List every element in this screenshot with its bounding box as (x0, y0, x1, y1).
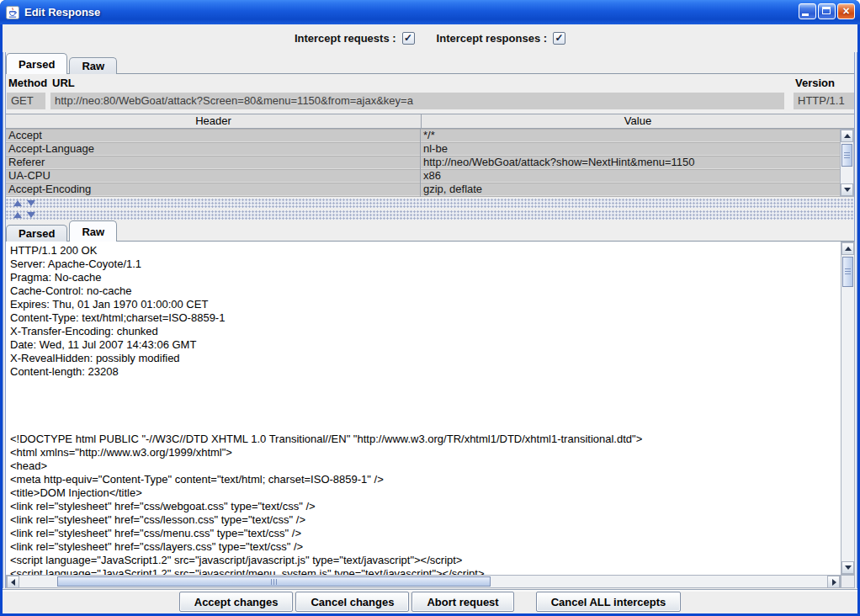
scroll-down-icon (845, 566, 852, 570)
intercept-requests-checkbox[interactable]: ✓ (402, 32, 415, 45)
table-body: Accept */* Accept-Language nl-be Referer… (6, 129, 840, 197)
java-coffee-cup-icon (6, 6, 19, 19)
table-row[interactable]: Accept-Encoding gzip, deflate (6, 183, 840, 196)
close-button[interactable]: × (837, 3, 855, 19)
edit-response-window: Edit Response × Intercept requests : ✓ I… (0, 0, 860, 616)
response-hscrollbar-thumb[interactable] (57, 576, 491, 587)
table-row[interactable]: Referer http://neo/WebGoat/attack?show=N… (6, 156, 840, 169)
header-cell[interactable]: User-Agent (6, 196, 421, 197)
split-expand-up-icon[interactable] (13, 212, 22, 218)
split-collapse-down-icon[interactable] (27, 212, 35, 218)
scrollbar-corner (841, 575, 855, 588)
request-tab[interactable]: Parsed (6, 53, 67, 74)
intercept-responses-checkbox[interactable]: ✓ (553, 32, 565, 45)
value-cell[interactable]: */* (421, 129, 840, 142)
maximize-button[interactable] (818, 3, 836, 19)
footer-button[interactable]: Abort request (411, 592, 513, 612)
split-divider-lower[interactable] (6, 210, 854, 220)
request-tab[interactable]: Raw (69, 57, 117, 74)
method-label: Method (8, 77, 47, 89)
scroll-up-button[interactable] (841, 130, 853, 142)
value-cell[interactable]: Mozilla/4.0 (compatible; MSIE 7.0; Windo… (421, 196, 840, 197)
footer-button[interactable]: Cancel changes (295, 592, 409, 612)
response-raw-textarea[interactable]: HTTP/1.1 200 OK Server: Apache-Coyote/1.… (6, 242, 841, 575)
value-cell[interactable]: http://neo/WebGoat/attack?show=NextHint&… (421, 156, 840, 169)
split-expand-up-icon[interactable] (13, 200, 22, 206)
table-row[interactable]: Accept */* (6, 129, 840, 142)
response-horizontal-scrollbar[interactable] (6, 575, 841, 588)
table-row[interactable]: Accept-Language nl-be (6, 142, 840, 156)
value-cell[interactable]: nl-be (421, 142, 840, 156)
header-cell[interactable]: Referer (6, 156, 421, 169)
header-cell[interactable]: Accept (6, 129, 421, 142)
version-field[interactable]: HTTP/1.1 (794, 93, 854, 109)
check-icon: ✓ (404, 33, 412, 43)
intercept-options-row: Intercept requests : ✓ Intercept respons… (0, 29, 860, 47)
response-vertical-scrollbar[interactable] (841, 242, 855, 575)
intercept-responses-label: Intercept responses : (437, 32, 548, 45)
header-cell[interactable]: Accept-Encoding (6, 183, 421, 196)
scroll-up-button[interactable] (841, 242, 854, 255)
response-scrollbar-thumb[interactable] (842, 257, 853, 287)
request-tabstrip: ParsedRaw (6, 53, 854, 74)
titlebar[interactable]: Edit Response × (0, 0, 860, 24)
scroll-left-button[interactable] (7, 576, 19, 588)
table-header-row: Header Value (6, 114, 854, 129)
window-controls: × (799, 3, 855, 19)
minimize-icon (802, 13, 809, 16)
footer-button-bar: Accept changesCancel changesAbort reques… (3, 592, 857, 613)
response-tabstrip: ParsedRaw (6, 220, 854, 242)
table-row[interactable]: UA-CPU x86 (6, 169, 840, 183)
response-raw-viewport: HTTP/1.1 200 OK Server: Apache-Coyote/1.… (6, 242, 841, 575)
close-icon: × (838, 4, 854, 19)
intercept-requests-label: Intercept requests : (295, 32, 396, 45)
scroll-left-icon (11, 579, 15, 586)
response-tab[interactable]: Raw (69, 220, 117, 242)
maximize-icon (822, 7, 831, 14)
value-cell[interactable]: x86 (421, 169, 840, 183)
check-icon: ✓ (555, 33, 564, 43)
split-collapse-down-icon[interactable] (27, 200, 35, 206)
table-vertical-scrollbar[interactable] (840, 129, 854, 197)
scroll-up-icon (845, 247, 852, 251)
version-label: Version (795, 77, 835, 89)
scroll-down-button[interactable] (841, 183, 853, 196)
method-field[interactable]: GET (7, 93, 45, 109)
table-row[interactable]: User-Agent Mozilla/4.0 (compatible; MSIE… (6, 196, 840, 197)
value-cell[interactable]: gzip, deflate (421, 183, 840, 196)
scroll-down-button[interactable] (841, 561, 854, 574)
value-column-header[interactable]: Value (422, 114, 854, 128)
window-title: Edit Response (24, 6, 100, 19)
url-label: URL (52, 77, 75, 89)
header-cell[interactable]: Accept-Language (6, 142, 421, 156)
response-tab[interactable]: Parsed (6, 225, 67, 242)
scroll-down-icon (844, 188, 851, 192)
footer-button[interactable]: Cancel ALL intercepts (536, 592, 682, 612)
table-scrollbar-thumb[interactable] (841, 144, 852, 167)
header-cell[interactable]: UA-CPU (6, 169, 421, 183)
scroll-up-icon (844, 134, 851, 138)
scroll-right-icon (832, 579, 836, 586)
scroll-right-button[interactable] (827, 576, 840, 588)
header-column-header[interactable]: Header (6, 114, 422, 128)
request-headers-table: Header Value Accept */* Accept-Language … (6, 114, 854, 197)
url-field[interactable]: http://neo:80/WebGoat/attack?Screen=80&m… (50, 93, 784, 109)
minimize-button[interactable] (799, 3, 816, 19)
split-divider-upper[interactable] (6, 199, 854, 208)
footer-button[interactable]: Accept changes (179, 592, 294, 612)
